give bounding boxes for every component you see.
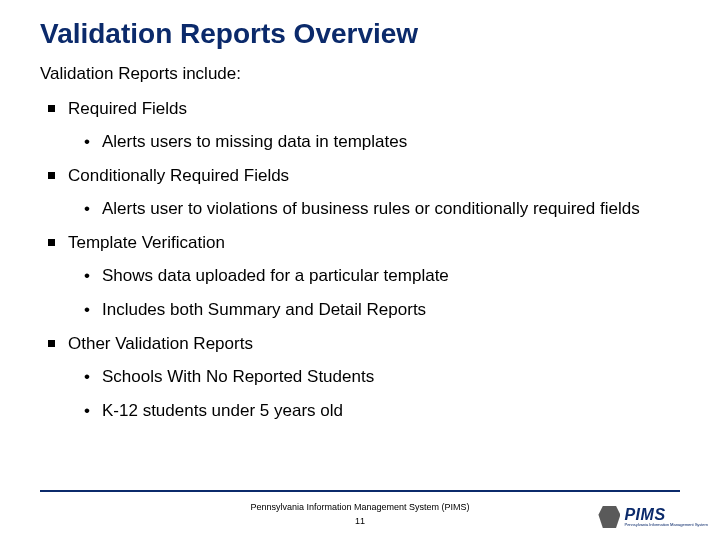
keystone-icon bbox=[598, 506, 620, 528]
sub-list-item: Shows data uploaded for a particular tem… bbox=[82, 265, 680, 287]
list-item: Other Validation Reports Schools With No… bbox=[40, 333, 680, 422]
slide: Validation Reports Overview Validation R… bbox=[0, 0, 720, 540]
pims-logo: PIMS Pennsylvania Information Management… bbox=[598, 506, 708, 528]
sub-list-item: Schools With No Reported Students bbox=[82, 366, 680, 388]
list-item: Template Verification Shows data uploade… bbox=[40, 232, 680, 321]
list-item: Conditionally Required Fields Alerts use… bbox=[40, 165, 680, 220]
sub-list-item: K-12 students under 5 years old bbox=[82, 400, 680, 422]
list-item-label: Template Verification bbox=[68, 233, 225, 252]
sub-list-item: Alerts user to violations of business ru… bbox=[82, 198, 680, 220]
slide-title: Validation Reports Overview bbox=[40, 18, 680, 50]
bullet-list: Required Fields Alerts users to missing … bbox=[40, 98, 680, 422]
intro-text: Validation Reports include: bbox=[40, 64, 680, 84]
footer-divider bbox=[40, 490, 680, 492]
sub-list: Schools With No Reported Students K-12 s… bbox=[82, 366, 680, 422]
logo-main: PIMS bbox=[624, 507, 708, 523]
list-item: Required Fields Alerts users to missing … bbox=[40, 98, 680, 153]
sub-list-item: Alerts users to missing data in template… bbox=[82, 131, 680, 153]
list-item-label: Conditionally Required Fields bbox=[68, 166, 289, 185]
sub-list-item: Includes both Summary and Detail Reports bbox=[82, 299, 680, 321]
logo-text: PIMS Pennsylvania Information Management… bbox=[624, 507, 708, 527]
list-item-label: Other Validation Reports bbox=[68, 334, 253, 353]
logo-sub: Pennsylvania Information Management Syst… bbox=[624, 523, 708, 527]
sub-list: Shows data uploaded for a particular tem… bbox=[82, 265, 680, 321]
sub-list: Alerts user to violations of business ru… bbox=[82, 198, 680, 220]
list-item-label: Required Fields bbox=[68, 99, 187, 118]
sub-list: Alerts users to missing data in template… bbox=[82, 131, 680, 153]
